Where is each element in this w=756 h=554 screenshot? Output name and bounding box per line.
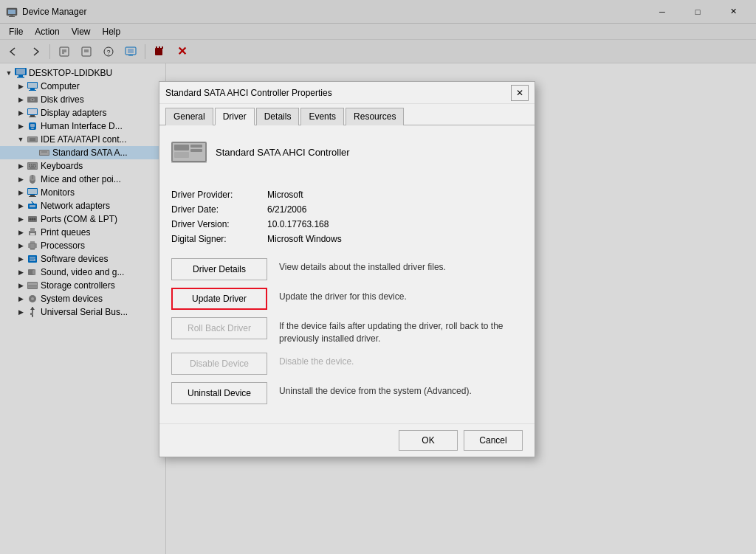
svg-rect-108 — [174, 152, 189, 158]
svg-rect-105 — [174, 145, 189, 150]
driver-version-row: Driver Version: 10.0.17763.168 — [171, 217, 523, 232]
dialog-close-button[interactable]: ✕ — [511, 85, 529, 101]
rollback-driver-button[interactable]: Roll Back Driver — [171, 317, 267, 339]
driver-version-value: 10.0.17763.168 — [267, 217, 523, 232]
driver-provider-value: Microsoft — [267, 187, 523, 202]
uninstall-device-row: Uninstall Device Uninstall the device fr… — [171, 382, 523, 404]
dialog-footer: OK Cancel — [159, 423, 535, 457]
tab-resources[interactable]: Resources — [346, 108, 404, 125]
driver-date-value: 6/21/2006 — [267, 202, 523, 217]
modal-overlay: Standard SATA AHCI Controller Properties… — [0, 0, 756, 554]
driver-signer-label: Digital Signer: — [171, 232, 267, 246]
tab-general[interactable]: General — [165, 108, 213, 125]
disable-device-row: Disable Device Disable the device. — [171, 353, 523, 375]
rollback-driver-row: Roll Back Driver If the device fails aft… — [171, 317, 523, 345]
driver-details-desc: View details about the installed driver … — [279, 258, 446, 274]
device-header: Standard SATA AHCI Controller — [171, 137, 523, 176]
svg-rect-107 — [190, 149, 202, 152]
dialog-title: Standard SATA AHCI Controller Properties — [165, 88, 511, 98]
dialog-body: Standard SATA AHCI Controller Driver Pro… — [159, 125, 535, 423]
driver-signer-row: Digital Signer: Microsoft Windows — [171, 232, 523, 246]
uninstall-device-desc: Uninstall the device from the system (Ad… — [279, 382, 472, 398]
device-large-icon — [171, 137, 207, 167]
rollback-driver-desc: If the device fails after updating the d… — [279, 317, 523, 345]
driver-provider-row: Driver Provider: Microsoft — [171, 187, 523, 202]
dialog-titlebar: Standard SATA AHCI Controller Properties… — [159, 82, 535, 104]
update-driver-row: Update Driver Update the driver for this… — [171, 288, 523, 310]
update-driver-button[interactable]: Update Driver — [171, 288, 267, 310]
driver-provider-label: Driver Provider: — [171, 187, 267, 202]
tab-events[interactable]: Events — [300, 108, 344, 125]
driver-date-row: Driver Date: 6/21/2006 — [171, 202, 523, 217]
ok-button[interactable]: OK — [399, 430, 458, 451]
disable-device-desc: Disable the device. — [279, 353, 354, 368]
disable-device-button[interactable]: Disable Device — [171, 353, 267, 375]
driver-details-row: Driver Details View details about the in… — [171, 258, 523, 280]
uninstall-device-button[interactable]: Uninstall Device — [171, 382, 267, 404]
svg-rect-106 — [190, 145, 202, 148]
driver-version-label: Driver Version: — [171, 217, 267, 232]
tab-bar: General Driver Details Events Resources — [159, 104, 535, 125]
driver-signer-value: Microsoft Windows — [267, 232, 523, 246]
update-driver-desc: Update the driver for this device. — [279, 288, 407, 303]
driver-date-label: Driver Date: — [171, 202, 267, 217]
driver-info-table: Driver Provider: Microsoft Driver Date: … — [171, 187, 523, 246]
cancel-button[interactable]: Cancel — [464, 430, 523, 451]
driver-details-button[interactable]: Driver Details — [171, 258, 267, 280]
device-name: Standard SATA AHCI Controller — [216, 147, 350, 158]
properties-dialog: Standard SATA AHCI Controller Properties… — [159, 81, 535, 457]
tab-details[interactable]: Details — [256, 108, 300, 125]
tab-driver[interactable]: Driver — [215, 108, 255, 125]
